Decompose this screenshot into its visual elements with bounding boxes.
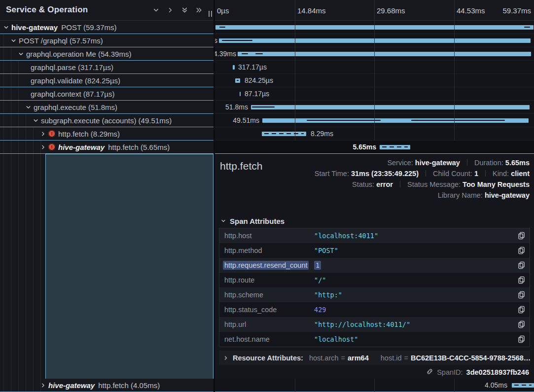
error-icon: ! bbox=[48, 143, 55, 150]
attribute-key: http.host bbox=[219, 232, 314, 240]
tree-row-hive-gateway-post[interactable]: hive-gateway POST (59.37ms) bbox=[0, 21, 214, 34]
copy-icon[interactable] bbox=[513, 306, 530, 314]
tick-label: 29.68ms bbox=[377, 6, 405, 15]
collapse-all-icon[interactable] bbox=[181, 6, 188, 14]
copy-icon[interactable] bbox=[513, 291, 530, 299]
timeline-row-selected[interactable]: 5.65ms bbox=[215, 141, 534, 154]
tree-row-post-graphql[interactable]: POST /graphql (57.57ms) bbox=[0, 34, 214, 47]
tick-label: 59.37ms bbox=[502, 6, 531, 15]
span-label: graphql.execute (51.8ms) bbox=[34, 103, 117, 111]
chevron-down-icon[interactable] bbox=[24, 104, 32, 110]
chevron-down-icon[interactable] bbox=[32, 117, 39, 124]
span-label: graphql.context (87.17µs) bbox=[31, 90, 114, 98]
attribute-row[interactable]: http.method "POST" bbox=[219, 243, 530, 258]
meta-label: Kind: bbox=[493, 170, 509, 178]
duration-label: 51.8ms bbox=[225, 103, 248, 111]
tree-row-graphql-operation[interactable]: graphql.operation Me (54.39ms) bbox=[0, 47, 214, 61]
attribute-row[interactable]: http.route "/" bbox=[219, 273, 530, 287]
meta-label: Duration: bbox=[474, 159, 503, 167]
chevron-right-icon[interactable] bbox=[39, 144, 47, 150]
tree-row-graphql-parse[interactable]: graphql.parse (317.17µs) bbox=[0, 61, 214, 74]
panel-divider[interactable] bbox=[214, 0, 215, 392]
tree-row-graphql-validate[interactable]: graphql.validate (824.25µs) bbox=[0, 74, 214, 87]
span-attributes-table: http.host "localhost:4011" http.method "… bbox=[219, 228, 530, 347]
tree-row-http-fetch-4ms[interactable]: hive-gateway http.fetch (4.05ms) bbox=[0, 379, 214, 392]
span-bar[interactable] bbox=[238, 52, 531, 56]
link-icon[interactable] bbox=[426, 368, 433, 377]
span-bar[interactable] bbox=[262, 132, 306, 136]
attribute-key: http.url bbox=[219, 321, 314, 328]
attribute-row[interactable]: http.url "http://localhost:4011/" bbox=[219, 317, 530, 332]
duration-label: 54.39ms bbox=[215, 50, 236, 58]
chevron-down-icon[interactable] bbox=[2, 24, 10, 31]
resource-value: arm64 bbox=[348, 354, 369, 362]
span-bar[interactable] bbox=[233, 65, 235, 70]
attribute-row[interactable]: net.host.name "localhost" bbox=[219, 332, 530, 347]
span-detail-panel: http.fetch Service: hive-gateway Duratio… bbox=[215, 154, 534, 379]
span-label: POST (59.37ms) bbox=[61, 23, 116, 32]
meta-value: client bbox=[511, 170, 530, 178]
span-label: http.fetch (5.65ms) bbox=[108, 143, 170, 151]
tree-row-http-fetch-5ms-selected[interactable]: ! hive-gateway http.fetch (5.65ms) bbox=[0, 141, 214, 154]
meta-label: Status Message: bbox=[407, 180, 461, 188]
chevron-down-icon[interactable] bbox=[17, 51, 25, 57]
meta-value: 31ms (23:35:49.225) bbox=[351, 170, 419, 178]
tree-row-subgraph-execute[interactable]: subgraph.execute (accounts) (49.51ms) bbox=[0, 114, 214, 127]
panel-title: Service & Operation bbox=[6, 5, 88, 15]
collapse-one-icon[interactable] bbox=[152, 6, 160, 14]
detail-title: http.fetch bbox=[220, 160, 262, 172]
chevron-right-icon[interactable] bbox=[39, 382, 47, 389]
attribute-value: "POST" bbox=[314, 247, 513, 254]
copy-icon[interactable] bbox=[513, 321, 530, 328]
attribute-row-highlighted[interactable]: http.request.resend_count 1 bbox=[219, 258, 530, 273]
expand-all-icon[interactable] bbox=[195, 6, 203, 14]
chevron-right-icon[interactable] bbox=[39, 131, 47, 137]
meta-label: Child Count: bbox=[433, 170, 472, 178]
span-bar[interactable] bbox=[240, 92, 241, 96]
tree-row-graphql-execute[interactable]: graphql.execute (51.8ms) bbox=[0, 101, 214, 114]
expand-one-icon[interactable] bbox=[167, 6, 174, 14]
attribute-key: http.route bbox=[219, 276, 314, 284]
tree-header: Service & Operation bbox=[0, 0, 214, 21]
span-label: graphql.validate (824.25µs) bbox=[31, 76, 120, 85]
span-bar[interactable] bbox=[219, 38, 531, 43]
span-attributes-title: Span Attributes bbox=[230, 217, 285, 225]
tree-row-http-fetch-8ms[interactable]: ! http.fetch (8.29ms) bbox=[0, 127, 214, 141]
tick-label: 14.84ms bbox=[297, 6, 326, 15]
copy-icon[interactable] bbox=[513, 247, 530, 254]
duration-label: 57.57ms bbox=[215, 36, 217, 44]
meta-value: hive-gateway bbox=[415, 159, 460, 167]
span-bar[interactable] bbox=[380, 145, 410, 149]
attribute-value: "localhost:4011" bbox=[314, 232, 513, 240]
span-id-label: SpanID: bbox=[437, 368, 463, 376]
meta-label: Service: bbox=[387, 159, 413, 167]
span-bar[interactable] bbox=[235, 78, 240, 83]
span-bar[interactable] bbox=[251, 105, 530, 109]
span-bar[interactable] bbox=[512, 383, 534, 388]
attribute-row[interactable]: http.status_code 429 bbox=[219, 302, 530, 317]
resource-key: host.arch bbox=[309, 354, 339, 362]
copy-icon[interactable] bbox=[513, 276, 530, 284]
resource-attributes-bar[interactable]: Resource Attributes: host.arch = arm64 h… bbox=[219, 351, 530, 365]
copy-icon[interactable] bbox=[513, 261, 530, 269]
span-attributes-header[interactable]: Span Attributes bbox=[220, 217, 285, 225]
span-label: POST /graphql (57.57ms) bbox=[19, 36, 103, 45]
span-bar[interactable] bbox=[262, 118, 529, 123]
attribute-value: 1 bbox=[314, 261, 321, 270]
attribute-value: "http://localhost:4011/" bbox=[314, 321, 513, 328]
indent-guide bbox=[33, 127, 34, 392]
tree-row-graphql-context[interactable]: graphql.context (87.17µs) bbox=[0, 87, 214, 101]
chevron-down-icon[interactable] bbox=[9, 37, 17, 44]
error-icon: ! bbox=[48, 130, 55, 137]
attribute-row[interactable]: http.scheme "http:" bbox=[219, 287, 530, 302]
duration-label: 5.65ms bbox=[353, 143, 376, 151]
attribute-row[interactable]: http.host "localhost:4011" bbox=[219, 228, 530, 243]
copy-icon[interactable] bbox=[513, 232, 530, 240]
duration-label: 4.05ms bbox=[485, 381, 507, 389]
panel-resize-handle[interactable] bbox=[207, 11, 212, 18]
span-label: http.fetch (8.29ms) bbox=[58, 130, 120, 138]
meta-value: hive-gateway bbox=[485, 191, 530, 199]
indent-guide bbox=[40, 141, 41, 392]
meta-value: 5.65ms bbox=[505, 159, 530, 167]
copy-icon[interactable] bbox=[513, 335, 530, 343]
